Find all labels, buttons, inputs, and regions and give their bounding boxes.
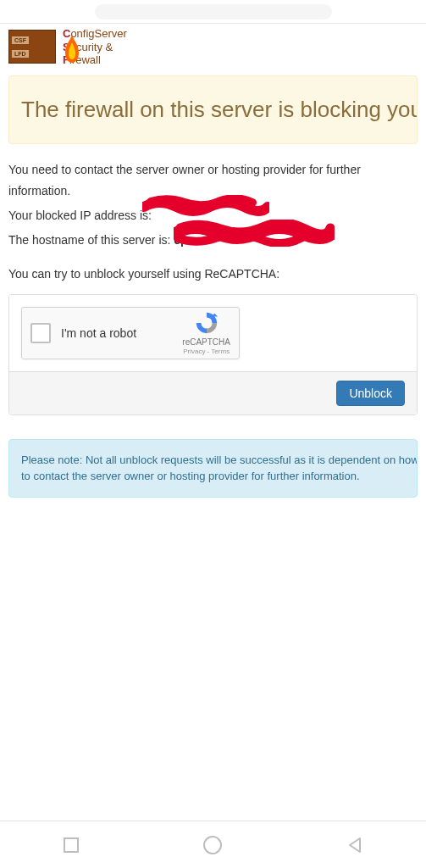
recaptcha-panel: I'm not a robot reCAPTCHA Privacy - Term… xyxy=(8,294,418,415)
url-bar[interactable] xyxy=(95,4,332,19)
svg-rect-1 xyxy=(64,838,78,852)
alert-banner: The firewall on this server is blocking … xyxy=(8,75,418,144)
recaptcha-intro: You can try to unblock yourself using Re… xyxy=(8,267,418,281)
browser-top-bar xyxy=(0,0,426,24)
alert-heading: The firewall on this server is blocking … xyxy=(21,97,405,123)
note-line-2: to contact the server owner or hosting p… xyxy=(21,468,405,485)
recaptcha-terms-link[interactable]: Privacy - Terms xyxy=(183,348,230,356)
redaction-scribble-icon xyxy=(174,220,335,247)
recaptcha-brand-text: reCAPTCHA xyxy=(182,337,230,348)
logo-row: CSF LFD ConfigServer Security & Firewall xyxy=(0,24,426,70)
nav-recent-icon[interactable] xyxy=(60,834,82,856)
page-content: CSF LFD ConfigServer Security & Firewall… xyxy=(0,24,426,498)
recaptcha-label: I'm not a robot xyxy=(61,326,182,340)
note-box: Please note: Not all unblock requests wi… xyxy=(8,439,418,498)
recaptcha-branding: reCAPTCHA Privacy - Terms xyxy=(182,310,230,356)
info-block: You need to contact the server owner or … xyxy=(0,159,426,252)
csf-logo-brick: CSF LFD xyxy=(8,30,56,64)
nav-back-icon[interactable] xyxy=(344,834,366,856)
nav-home-icon[interactable] xyxy=(202,834,224,856)
android-nav-bar xyxy=(0,821,426,868)
redaction-scribble-icon xyxy=(142,195,269,219)
recaptcha-checkbox[interactable] xyxy=(30,323,51,343)
panel-body: I'm not a robot reCAPTCHA Privacy - Term… xyxy=(9,295,417,371)
note-line-1: Please note: Not all unblock requests wi… xyxy=(21,452,405,469)
recaptcha-widget: I'm not a robot reCAPTCHA Privacy - Term… xyxy=(21,307,240,359)
brick-label-bottom: LFD xyxy=(12,50,29,58)
brick-label-top: CSF xyxy=(12,36,29,44)
svg-point-2 xyxy=(204,837,221,854)
recaptcha-section: You can try to unblock yourself using Re… xyxy=(8,267,418,415)
recaptcha-icon xyxy=(194,310,219,336)
info-hostname: The hostname of this server is: cp xyxy=(8,230,418,251)
unblock-button[interactable]: Unblock xyxy=(336,381,405,406)
panel-footer: Unblock xyxy=(9,371,417,415)
